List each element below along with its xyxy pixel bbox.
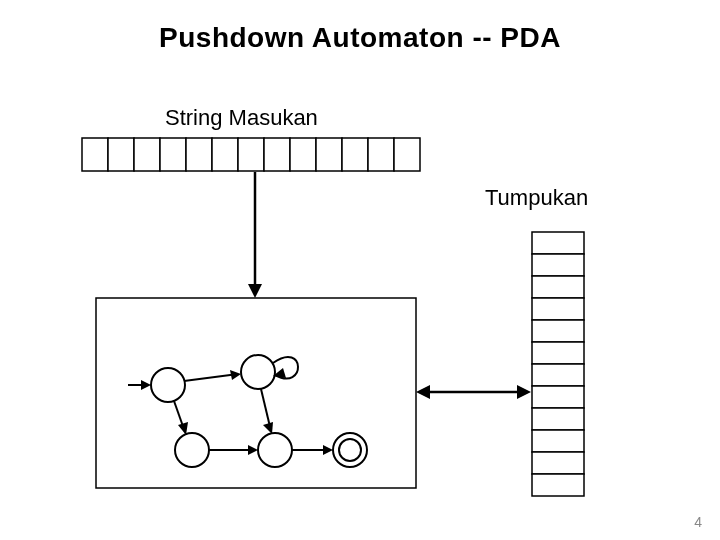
input-tape [82, 138, 420, 171]
page-number: 4 [694, 514, 702, 530]
states-box [96, 298, 416, 488]
tape-cell [212, 138, 238, 171]
state-node [175, 433, 209, 467]
state-node [241, 355, 275, 389]
stack-cell [532, 452, 584, 474]
stack-cell [532, 254, 584, 276]
tape-cell [316, 138, 342, 171]
tape-cell [108, 138, 134, 171]
tape-cell [238, 138, 264, 171]
stack-cell [532, 276, 584, 298]
tape-cell [160, 138, 186, 171]
stack-column [532, 232, 584, 496]
svg-point-6 [339, 439, 361, 461]
tape-cell [290, 138, 316, 171]
stack-cell [532, 474, 584, 496]
tape-cell [342, 138, 368, 171]
stack-cell [532, 342, 584, 364]
stack-cell [532, 320, 584, 342]
stack-cell [532, 386, 584, 408]
stack-cell [532, 298, 584, 320]
svg-marker-1 [248, 284, 262, 298]
stack-cell [532, 430, 584, 452]
diagram-svg [0, 0, 720, 540]
tape-cell [134, 138, 160, 171]
stack-cell [532, 364, 584, 386]
tape-cell [368, 138, 394, 171]
svg-marker-3 [416, 385, 430, 399]
state-node [151, 368, 185, 402]
stack-cell [532, 408, 584, 430]
tape-cell [82, 138, 108, 171]
arrow-states-stack [416, 385, 531, 399]
tape-cell [264, 138, 290, 171]
tape-cell [394, 138, 420, 171]
stack-cell [532, 232, 584, 254]
arrow-tape-to-states [248, 172, 262, 298]
accepting-state [333, 433, 367, 467]
tape-cell [186, 138, 212, 171]
state-node [258, 433, 292, 467]
svg-marker-4 [517, 385, 531, 399]
